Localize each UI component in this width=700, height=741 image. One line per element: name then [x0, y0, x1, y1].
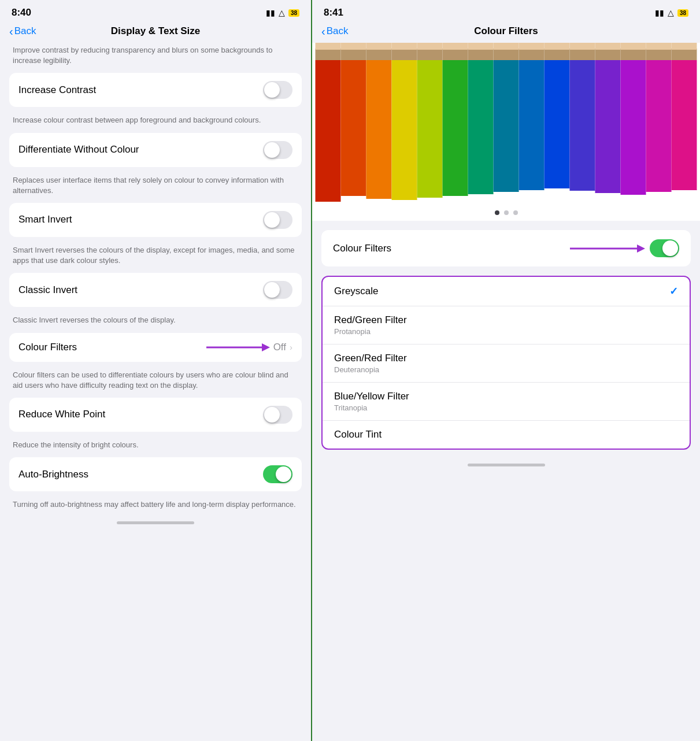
svg-marker-1	[262, 343, 270, 351]
svg-rect-9	[341, 49, 366, 60]
greyscale-checkmark-icon: ✓	[669, 285, 678, 298]
svg-rect-60	[672, 60, 697, 190]
svg-rect-17	[392, 49, 417, 60]
svg-rect-24	[443, 60, 468, 196]
right-time: 8:41	[324, 7, 343, 18]
right-home-bar	[468, 464, 545, 466]
svg-rect-12	[366, 60, 392, 199]
left-time: 8:40	[12, 7, 31, 18]
left-scroll-content: Improve contrast by reducing transparenc…	[0, 43, 311, 741]
filter-row-colour-tint[interactable]: Colour Tint	[323, 421, 690, 449]
increase-contrast-toggle[interactable]	[263, 81, 292, 99]
svg-rect-20	[417, 60, 443, 198]
svg-rect-46	[570, 43, 595, 50]
filter-red-green-label: Red/Green Filter	[334, 314, 407, 326]
auto-brightness-toggle-knob	[276, 466, 291, 482]
right-back-label: Back	[327, 25, 349, 37]
pencil-magenta-purple	[621, 43, 646, 195]
pencil-orange	[366, 43, 392, 199]
auto-brightness-card: Auto-Brightness	[9, 457, 302, 491]
filter-green-red-label: Green/Red Filter	[334, 353, 407, 364]
differentiate-label: Differentiate Without Colour	[18, 144, 139, 155]
svg-rect-58	[646, 43, 672, 50]
left-home-indicator	[9, 517, 302, 531]
cf-toggle-right	[570, 239, 679, 257]
left-battery: 38	[288, 9, 299, 17]
pencil-purple	[595, 43, 621, 193]
left-panel: 8:40 ▮▮ △ 38 ‹ Back Display & Text Size …	[0, 0, 312, 741]
pencil-yellow	[392, 43, 417, 200]
svg-rect-8	[341, 60, 366, 196]
svg-marker-64	[637, 244, 645, 253]
increase-contrast-toggle-knob	[264, 82, 280, 98]
svg-rect-62	[672, 43, 697, 50]
colour-filters-main-toggle[interactable]	[650, 239, 679, 257]
pencil-magenta	[646, 43, 672, 192]
right-nav-bar: ‹ Back Colour Filters	[312, 23, 700, 43]
svg-rect-36	[519, 60, 545, 190]
pencil-red	[316, 43, 341, 202]
svg-rect-16	[392, 60, 417, 200]
increase-contrast-desc: Increase colour contrast between app for…	[9, 112, 302, 132]
right-battery: 38	[677, 9, 688, 17]
filter-list-card: Greyscale ✓ Red/Green Filter Protanopia …	[321, 276, 691, 450]
left-back-chevron-icon: ‹	[9, 25, 13, 37]
filter-green-red-sub: Deuteranopia	[334, 365, 407, 374]
right-status-icons: ▮▮ △ 38	[655, 8, 688, 17]
svg-rect-18	[392, 43, 417, 50]
svg-rect-30	[468, 43, 494, 50]
pencil-pink	[672, 43, 697, 190]
left-back-button[interactable]: ‹ Back	[9, 25, 36, 37]
classic-invert-row: Classic Invert	[9, 273, 302, 307]
page-dot-2	[504, 210, 509, 215]
filter-blue-yellow-sub: Tritanopia	[334, 403, 409, 412]
smart-invert-label: Smart Invert	[18, 214, 72, 225]
auto-brightness-toggle[interactable]	[263, 465, 292, 483]
smart-invert-card: Smart Invert	[9, 203, 302, 237]
right-back-button[interactable]: ‹ Back	[321, 25, 348, 37]
differentiate-toggle[interactable]	[263, 141, 292, 159]
svg-rect-42	[545, 43, 570, 50]
filter-row-green-red[interactable]: Green/Red Filter Deuteranopia	[323, 344, 690, 383]
colour-filters-main-toggle-knob	[662, 240, 678, 256]
reduce-white-point-toggle[interactable]	[263, 406, 292, 424]
filter-green-red-info: Green/Red Filter Deuteranopia	[334, 353, 407, 374]
svg-rect-49	[595, 49, 621, 60]
pencil-indigo	[570, 43, 595, 191]
svg-rect-45	[570, 49, 595, 60]
svg-rect-44	[570, 60, 595, 191]
pencil-blue	[519, 43, 545, 190]
colour-filters-card: Colour Filters Off ›	[9, 333, 302, 362]
filter-row-blue-yellow[interactable]: Blue/Yellow Filter Tritanopia	[323, 383, 690, 421]
pencil-dark-blue	[545, 43, 570, 188]
right-status-bar: 8:41 ▮▮ △ 38	[312, 0, 700, 23]
smart-invert-toggle[interactable]	[263, 211, 292, 229]
filter-colour-tint-info: Colour Tint	[334, 429, 382, 440]
classic-invert-toggle[interactable]	[263, 281, 292, 299]
colour-filters-label: Colour Filters	[18, 342, 77, 353]
svg-rect-28	[468, 60, 494, 194]
colour-filters-arrow-icon	[206, 341, 270, 354]
filter-red-green-info: Red/Green Filter Protanopia	[334, 314, 407, 336]
differentiate-row: Differentiate Without Colour	[9, 133, 302, 167]
colour-filters-toggle-row: Colour Filters	[321, 230, 691, 266]
svg-rect-33	[494, 49, 519, 60]
classic-invert-desc: Classic Invert reverses the colours of t…	[9, 312, 302, 332]
svg-rect-34	[494, 43, 519, 50]
smart-invert-toggle-knob	[264, 212, 280, 228]
right-nav-title: Colour Filters	[474, 25, 538, 37]
filter-red-green-sub: Protanopia	[334, 327, 407, 336]
colour-filters-row[interactable]: Colour Filters Off ›	[9, 333, 302, 362]
svg-rect-41	[545, 49, 570, 60]
reduce-white-point-toggle-knob	[264, 407, 280, 423]
colour-filters-right-area: Off ›	[206, 341, 292, 354]
filter-blue-yellow-info: Blue/Yellow Filter Tritanopia	[334, 391, 409, 412]
right-wifi-icon: △	[668, 8, 674, 17]
right-colour-filters-label: Colour Filters	[333, 243, 391, 254]
classic-invert-card: Classic Invert	[9, 273, 302, 307]
svg-rect-50	[595, 43, 621, 50]
filter-greyscale-label: Greyscale	[334, 286, 379, 297]
filter-row-greyscale[interactable]: Greyscale ✓	[323, 277, 690, 306]
colour-filters-chevron-icon: ›	[290, 342, 292, 352]
filter-row-red-green[interactable]: Red/Green Filter Protanopia	[323, 306, 690, 344]
